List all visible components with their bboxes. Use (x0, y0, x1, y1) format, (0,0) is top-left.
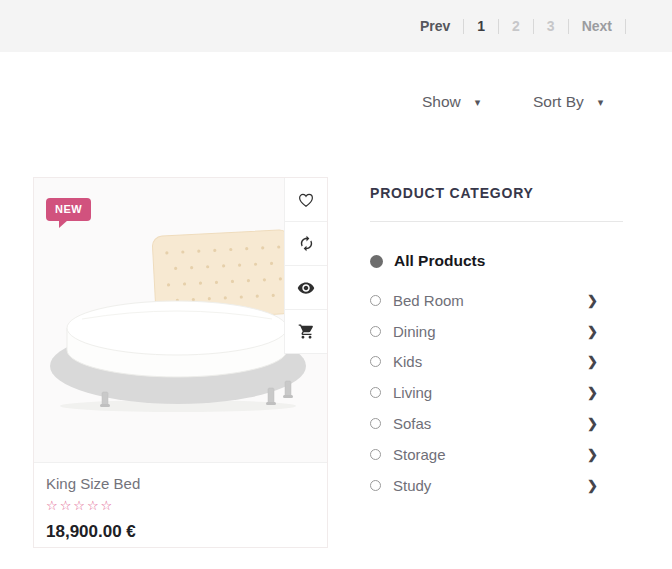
category-label: Bed Room (393, 292, 464, 309)
radio-icon (370, 480, 381, 491)
category-label: Living (393, 384, 432, 401)
category-label: Kids (393, 353, 422, 370)
category-dining[interactable]: Dining ❯ (370, 316, 623, 347)
pagination-separator (533, 19, 534, 34)
chevron-right-icon[interactable]: ❯ (587, 324, 598, 339)
radio-icon (370, 418, 381, 429)
product-actions (284, 178, 327, 354)
chevron-right-icon[interactable]: ❯ (587, 478, 598, 493)
category-sofas[interactable]: Sofas ❯ (370, 408, 623, 439)
show-dropdown[interactable]: Show ▾ (422, 93, 480, 111)
chevron-right-icon[interactable]: ❯ (587, 447, 598, 462)
category-living[interactable]: Living ❯ (370, 377, 623, 408)
radio-icon (370, 356, 381, 367)
eye-icon (297, 279, 315, 297)
category-label: All Products (394, 252, 485, 270)
category-study[interactable]: Study ❯ (370, 470, 623, 501)
cart-icon (298, 323, 315, 340)
caret-down-icon: ▾ (475, 96, 481, 109)
chevron-right-icon[interactable]: ❯ (587, 385, 598, 400)
sort-by-dropdown[interactable]: Sort By ▾ (533, 93, 603, 111)
sidebar-heading: PRODUCT CATEGORY (370, 185, 623, 201)
category-label: Sofas (393, 415, 431, 432)
category-sidebar: PRODUCT CATEGORY All Products Bed Room ❯… (370, 185, 623, 501)
wishlist-button[interactable] (284, 178, 327, 222)
show-dropdown-label: Show (422, 93, 461, 111)
product-image[interactable]: NEW (34, 178, 327, 463)
pagination-prev-button[interactable]: Prev (420, 18, 450, 34)
pagination-separator (568, 19, 569, 34)
shop-page: Prev 1 2 3 Next Show ▾ Sort By ▾ NEW (0, 0, 672, 569)
refresh-icon (298, 235, 315, 252)
pagination-separator (498, 19, 499, 34)
compare-button[interactable] (284, 222, 327, 266)
quick-view-button[interactable] (284, 266, 327, 310)
sort-by-dropdown-label: Sort By (533, 93, 584, 111)
top-bar: Prev 1 2 3 Next (0, 0, 672, 52)
radio-selected-icon (370, 255, 383, 268)
category-bed-room[interactable]: Bed Room ❯ (370, 285, 623, 316)
radio-icon (370, 449, 381, 460)
add-to-cart-button[interactable] (284, 310, 327, 354)
product-info: King Size Bed ☆☆☆☆☆ 18,900.00 € (34, 463, 327, 542)
pagination-next-button[interactable]: Next (582, 18, 612, 34)
sidebar-divider (370, 221, 623, 222)
product-price: 18,900.00 € (46, 522, 315, 542)
radio-icon (370, 295, 381, 306)
chevron-right-icon[interactable]: ❯ (587, 293, 598, 308)
heart-icon (297, 191, 315, 209)
category-label: Storage (393, 446, 446, 463)
product-card: NEW (33, 177, 328, 548)
chevron-right-icon[interactable]: ❯ (587, 416, 598, 431)
new-badge: NEW (46, 198, 91, 221)
caret-down-icon: ▾ (598, 96, 604, 109)
category-label: Study (393, 477, 431, 494)
pagination-page-2[interactable]: 2 (512, 18, 520, 34)
rating-stars: ☆☆☆☆☆ (46, 498, 315, 513)
category-list: Bed Room ❯ Dining ❯ Kids ❯ Living ❯ Sofa… (370, 285, 623, 501)
category-all-products[interactable]: All Products (370, 247, 623, 275)
radio-icon (370, 387, 381, 398)
pagination-separator (463, 19, 464, 34)
pagination-separator (625, 19, 626, 34)
product-title[interactable]: King Size Bed (46, 475, 315, 492)
category-label: Dining (393, 323, 436, 340)
pagination-page-3[interactable]: 3 (547, 18, 555, 34)
category-storage[interactable]: Storage ❯ (370, 439, 623, 470)
category-kids[interactable]: Kids ❯ (370, 347, 623, 378)
chevron-right-icon[interactable]: ❯ (587, 354, 598, 369)
pagination-page-1[interactable]: 1 (477, 18, 485, 34)
radio-icon (370, 326, 381, 337)
pagination: Prev 1 2 3 Next (420, 0, 626, 52)
